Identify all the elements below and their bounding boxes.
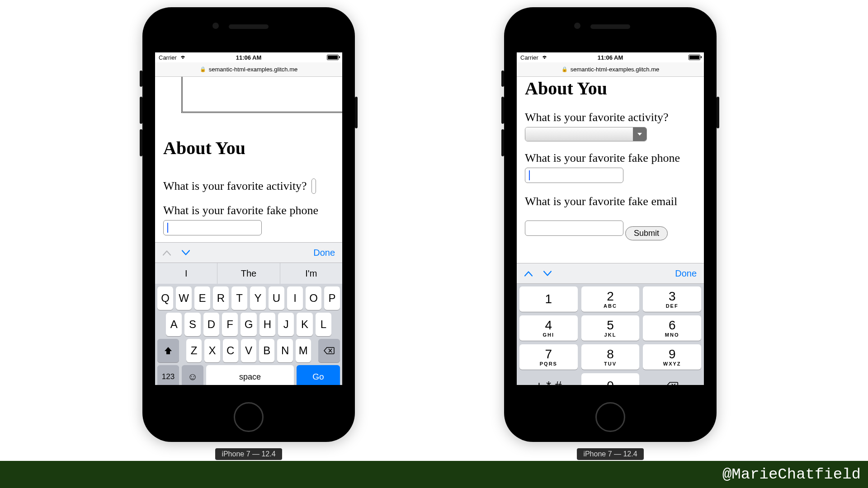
power-button[interactable] (355, 97, 358, 128)
key-t[interactable]: T (231, 286, 247, 310)
key-9[interactable]: 9WXYZ (643, 344, 701, 370)
key-u[interactable]: U (269, 286, 284, 310)
email-input[interactable] (525, 221, 623, 236)
emoji-key[interactable]: ☺ (182, 365, 203, 385)
chevron-down-icon (633, 127, 646, 141)
key-z[interactable]: Z (186, 339, 202, 362)
home-button[interactable] (595, 402, 625, 432)
backspace-key[interactable] (643, 373, 701, 385)
go-key[interactable]: Go (297, 365, 340, 385)
numbers-key[interactable]: 123 (157, 365, 179, 385)
activity-dropdown[interactable] (525, 127, 647, 141)
key-a[interactable]: A (166, 313, 182, 336)
key-4[interactable]: 4GHI (519, 315, 578, 341)
key-y[interactable]: Y (250, 286, 266, 310)
battery-icon (689, 55, 700, 60)
volume-down-button[interactable] (140, 129, 142, 156)
key-l[interactable]: L (316, 313, 331, 336)
key-8[interactable]: 8TUV (581, 344, 640, 370)
suggestion-2[interactable]: The (217, 263, 280, 284)
activity-label: What is your favorite activity? (163, 179, 307, 193)
phone-label: What is your favorite fake phone (163, 204, 318, 217)
done-button[interactable]: Done (675, 268, 697, 279)
key-x[interactable]: X (204, 339, 220, 362)
key-w[interactable]: W (176, 286, 192, 310)
space-key[interactable]: space (206, 365, 294, 385)
key-2[interactable]: 2ABC (581, 286, 640, 312)
key-g[interactable]: G (241, 313, 256, 336)
next-field-button[interactable] (543, 269, 552, 278)
status-bar: Carrier 11:06 AM (517, 52, 704, 62)
page-heading: About You (163, 137, 334, 159)
footer-handle: @MarieChatfield (722, 466, 861, 483)
key-o[interactable]: O (306, 286, 321, 310)
key-0[interactable]: 0 (581, 373, 640, 385)
key-j[interactable]: J (278, 313, 294, 336)
qwerty-keyboard: I The I'm QWERTYUIOP ASDFGHJKL ZXCVBNM (155, 263, 342, 385)
key-e[interactable]: E (194, 286, 210, 310)
speaker (229, 24, 269, 29)
key-7[interactable]: 7PQRS (519, 344, 578, 370)
key-q[interactable]: Q (157, 286, 173, 310)
url-bar[interactable]: 🔒 semantic-html-examples.glitch.me (517, 62, 704, 77)
device-label: iPhone 7 — 12.4 (215, 448, 282, 460)
home-button[interactable] (234, 402, 264, 432)
mute-switch[interactable] (501, 70, 504, 87)
volume-up-button[interactable] (140, 97, 142, 124)
key-b[interactable]: B (259, 339, 274, 362)
key-3[interactable]: 3DEF (643, 286, 701, 312)
email-label: What is your favorite fake email (525, 195, 677, 208)
key-s[interactable]: S (184, 313, 200, 336)
key-m[interactable]: M (296, 339, 311, 362)
key-k[interactable]: K (297, 313, 312, 336)
keyboard-accessory: Done (155, 242, 342, 263)
clock-label: 11:06 AM (155, 54, 342, 61)
power-button[interactable] (717, 97, 719, 128)
activity-input-clipped[interactable] (311, 178, 316, 194)
phone-input[interactable] (525, 168, 623, 183)
phone-left: Carrier 11:06 AM 🔒 semantic-html-example… (142, 7, 355, 460)
suggestion-1[interactable]: I (155, 263, 217, 284)
url-bar[interactable]: 🔒 semantic-html-examples.glitch.me (155, 62, 342, 77)
volume-up-button[interactable] (501, 97, 504, 124)
activity-label: What is your favorite activity? (525, 111, 669, 124)
battery-icon (327, 55, 339, 60)
clock-label: 11:06 AM (517, 54, 704, 61)
front-camera (212, 23, 219, 29)
symbols-key[interactable]: + * # (519, 373, 578, 385)
mute-switch[interactable] (140, 70, 142, 87)
key-5[interactable]: 5JKL (581, 315, 640, 341)
key-i[interactable]: I (287, 286, 303, 310)
status-bar: Carrier 11:06 AM (155, 52, 342, 62)
key-d[interactable]: D (203, 313, 219, 336)
shift-key[interactable] (157, 339, 179, 362)
done-button[interactable]: Done (313, 248, 335, 258)
key-v[interactable]: V (241, 339, 256, 362)
lock-icon: 🔒 (200, 66, 206, 72)
backspace-key[interactable] (318, 339, 340, 362)
key-f[interactable]: F (222, 313, 238, 336)
key-c[interactable]: C (223, 339, 238, 362)
footer-bar: @MarieChatfield (0, 461, 868, 488)
lock-icon: 🔒 (561, 66, 568, 72)
next-field-button[interactable] (181, 248, 190, 257)
prev-field-button[interactable] (524, 269, 533, 278)
key-h[interactable]: H (259, 313, 275, 336)
phone-label: What is your favorite fake phone (525, 151, 680, 165)
keyboard-accessory: Done (517, 263, 704, 284)
phone-input[interactable] (163, 220, 262, 235)
page-heading: About You (525, 78, 696, 99)
key-6[interactable]: 6MNO (643, 315, 701, 341)
key-p[interactable]: P (324, 286, 340, 310)
volume-down-button[interactable] (501, 129, 504, 156)
number-keyboard: 12ABC3DEF 4GHI5JKL6MNO 7PQRS8TUV9WXYZ + … (517, 284, 704, 385)
submit-button[interactable]: Submit (625, 226, 668, 240)
textarea-clipped[interactable] (181, 77, 342, 113)
speaker (590, 24, 630, 29)
prev-field-button[interactable] (162, 248, 171, 257)
key-n[interactable]: N (277, 339, 292, 362)
phone-right: Carrier 11:06 AM 🔒 semantic-html-example… (504, 7, 717, 460)
key-r[interactable]: R (213, 286, 229, 310)
key-1[interactable]: 1 (519, 286, 578, 312)
suggestion-3[interactable]: I'm (280, 263, 342, 284)
